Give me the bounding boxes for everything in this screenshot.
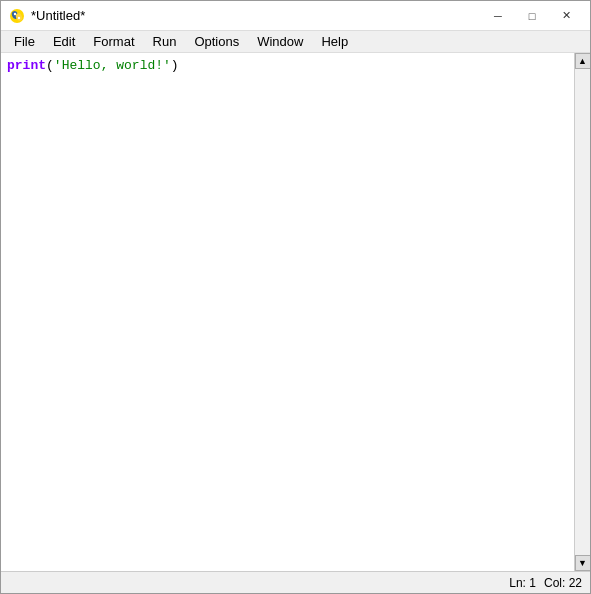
status-line: Ln: 1 — [509, 576, 536, 590]
menu-bar: File Edit Format Run Options Window Help — [1, 31, 590, 53]
menu-options[interactable]: Options — [185, 31, 248, 52]
main-window: *Untitled* ─ □ ✕ File Edit Format Run Op… — [0, 0, 591, 594]
minimize-button[interactable]: ─ — [482, 6, 514, 26]
title-bar-left: *Untitled* — [9, 8, 85, 24]
menu-file[interactable]: File — [5, 31, 44, 52]
scrollbar-track[interactable] — [575, 69, 590, 555]
editor-area: print('Hello, world!') ▲ ▼ — [1, 53, 590, 571]
title-bar-controls: ─ □ ✕ — [482, 6, 582, 26]
app-icon — [9, 8, 25, 24]
scroll-up-button[interactable]: ▲ — [575, 53, 591, 69]
menu-edit[interactable]: Edit — [44, 31, 84, 52]
menu-window[interactable]: Window — [248, 31, 312, 52]
menu-format[interactable]: Format — [84, 31, 143, 52]
scroll-down-button[interactable]: ▼ — [575, 555, 591, 571]
status-col: Col: 22 — [544, 576, 582, 590]
status-bar: Ln: 1 Col: 22 — [1, 571, 590, 593]
svg-point-4 — [18, 16, 20, 18]
menu-run[interactable]: Run — [144, 31, 186, 52]
menu-help[interactable]: Help — [312, 31, 357, 52]
maximize-button[interactable]: □ — [516, 6, 548, 26]
code-editor[interactable]: print('Hello, world!') — [1, 53, 574, 571]
title-bar: *Untitled* ─ □ ✕ — [1, 1, 590, 31]
scrollbar-vertical: ▲ ▼ — [574, 53, 590, 571]
close-button[interactable]: ✕ — [550, 6, 582, 26]
window-title: *Untitled* — [31, 8, 85, 23]
svg-point-3 — [14, 12, 16, 14]
